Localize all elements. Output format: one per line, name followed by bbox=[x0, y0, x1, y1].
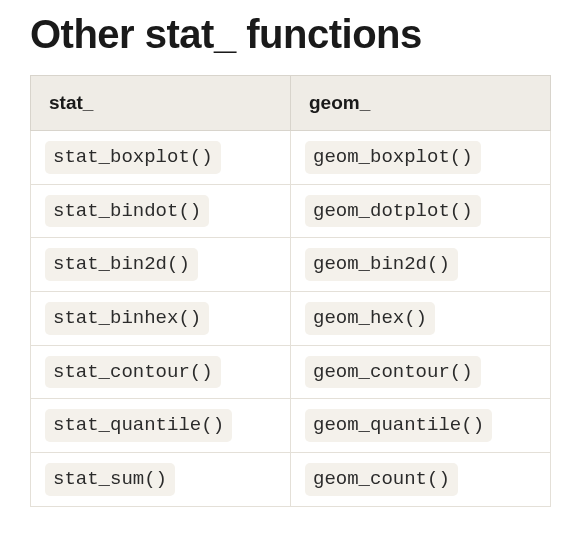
table-row: stat_bin2d() geom_bin2d() bbox=[31, 238, 551, 292]
code-geom: geom_contour() bbox=[305, 356, 481, 389]
header-geom: geom_ bbox=[291, 76, 551, 131]
code-geom: geom_quantile() bbox=[305, 409, 492, 442]
code-geom: geom_hex() bbox=[305, 302, 435, 335]
table-row: stat_contour() geom_contour() bbox=[31, 345, 551, 399]
cell-geom: geom_count() bbox=[291, 453, 551, 507]
table-row: stat_quantile() geom_quantile() bbox=[31, 399, 551, 453]
cell-stat: stat_quantile() bbox=[31, 399, 291, 453]
code-stat: stat_sum() bbox=[45, 463, 175, 496]
table-header-row: stat_ geom_ bbox=[31, 76, 551, 131]
cell-stat: stat_contour() bbox=[31, 345, 291, 399]
cell-geom: geom_hex() bbox=[291, 292, 551, 346]
code-geom: geom_count() bbox=[305, 463, 458, 496]
code-stat: stat_quantile() bbox=[45, 409, 232, 442]
code-stat: stat_bin2d() bbox=[45, 248, 198, 281]
code-geom: geom_boxplot() bbox=[305, 141, 481, 174]
functions-table: stat_ geom_ stat_boxplot() geom_boxplot(… bbox=[30, 75, 551, 507]
header-stat: stat_ bbox=[31, 76, 291, 131]
table-row: stat_sum() geom_count() bbox=[31, 453, 551, 507]
cell-geom: geom_boxplot() bbox=[291, 131, 551, 185]
code-stat: stat_bindot() bbox=[45, 195, 209, 228]
cell-geom: geom_dotplot() bbox=[291, 184, 551, 238]
table-row: stat_binhex() geom_hex() bbox=[31, 292, 551, 346]
table-row: stat_bindot() geom_dotplot() bbox=[31, 184, 551, 238]
code-stat: stat_boxplot() bbox=[45, 141, 221, 174]
table-row: stat_boxplot() geom_boxplot() bbox=[31, 131, 551, 185]
cell-stat: stat_boxplot() bbox=[31, 131, 291, 185]
code-stat: stat_binhex() bbox=[45, 302, 209, 335]
cell-geom: geom_quantile() bbox=[291, 399, 551, 453]
cell-stat: stat_bindot() bbox=[31, 184, 291, 238]
cell-stat: stat_bin2d() bbox=[31, 238, 291, 292]
cell-stat: stat_sum() bbox=[31, 453, 291, 507]
cell-stat: stat_binhex() bbox=[31, 292, 291, 346]
code-stat: stat_contour() bbox=[45, 356, 221, 389]
code-geom: geom_dotplot() bbox=[305, 195, 481, 228]
cell-geom: geom_contour() bbox=[291, 345, 551, 399]
page-title: Other stat_ functions bbox=[30, 12, 551, 57]
cell-geom: geom_bin2d() bbox=[291, 238, 551, 292]
code-geom: geom_bin2d() bbox=[305, 248, 458, 281]
